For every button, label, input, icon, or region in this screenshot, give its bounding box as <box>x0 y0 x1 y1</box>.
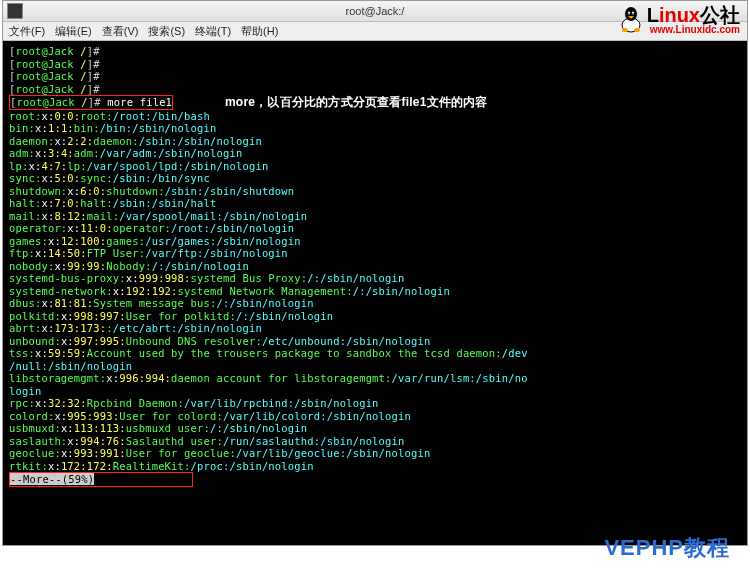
menu-help[interactable]: 帮助(H) <box>241 24 278 39</box>
tux-icon <box>619 5 643 33</box>
menu-file[interactable]: 文件(F) <box>9 24 45 39</box>
window-title: root@Jack:/ <box>346 5 405 17</box>
svg-point-5 <box>632 12 633 13</box>
terminal-output[interactable]: [root@Jack /]# [root@Jack /]# [root@Jack… <box>3 41 747 545</box>
window-icon <box>7 3 23 19</box>
menu-search[interactable]: 搜索(S) <box>148 24 185 39</box>
menu-view[interactable]: 查看(V) <box>102 24 139 39</box>
logo-url: www.Linuxidc.com <box>647 24 740 35</box>
menu-edit[interactable]: 编辑(E) <box>55 24 92 39</box>
linux-logo: Linux公社 www.Linuxidc.com <box>619 2 740 35</box>
terminal-window: root@Jack:/ 文件(F) 编辑(E) 查看(V) 搜索(S) 终端(T… <box>2 0 748 546</box>
svg-point-4 <box>628 12 629 13</box>
logo-gongshe: 公社 <box>700 4 740 26</box>
svg-point-7 <box>634 28 640 32</box>
logo-inux: inux <box>659 4 700 26</box>
menu-terminal[interactable]: 终端(T) <box>195 24 231 39</box>
watermark: VEPHP教程 <box>604 533 730 563</box>
svg-point-6 <box>622 28 628 32</box>
logo-l: L <box>647 4 659 26</box>
